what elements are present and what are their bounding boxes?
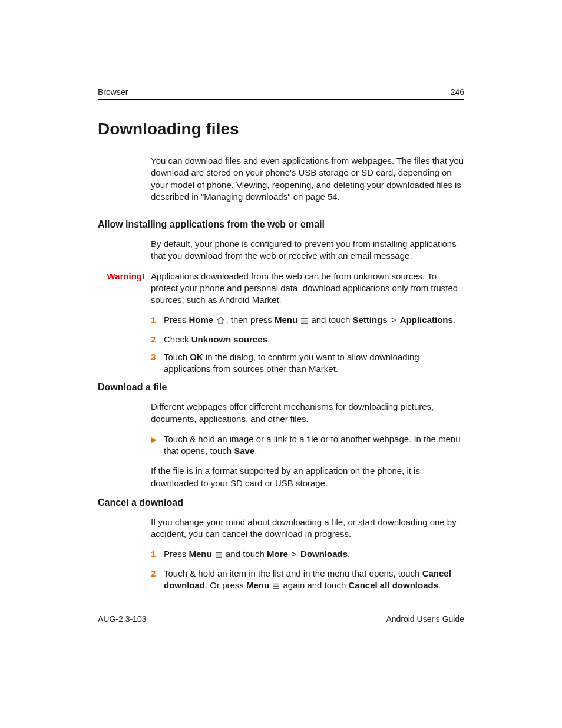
triangle-bullet-icon: ▶ [151,433,164,457]
menu-icon [300,315,308,327]
step-item: Press Home , then press Menu and touch S… [151,314,464,327]
home-icon [216,315,225,327]
allow-installing-steps: Press Home , then press Menu and touch S… [151,314,464,375]
download-file-body: Different webpages offer different mecha… [151,401,464,425]
download-file-after: If the file is in a format supported by … [151,465,464,489]
step-item: Touch OK in the dialog, to confirm you w… [151,351,464,375]
intro-paragraph: You can download files and even applicat… [151,155,464,203]
step-item: Press Menu and touch More > Downloads. [151,548,464,561]
heading-cancel-download: Cancel a download [98,498,464,508]
heading-allow-installing: Allow installing applications from the w… [98,219,464,230]
download-file-bullet: ▶ Touch & hold an image or a link to a f… [151,433,464,457]
page-header: Browser 246 [98,87,464,100]
page-footer: AUG-2.3-103 Android User's Guide [98,614,464,624]
cancel-download-steps: Press Menu and touch More > Downloads. T… [151,548,464,592]
step-item: Check Unknown sources. [151,334,464,345]
page-title: Downloading files [98,120,464,139]
doc-code: AUG-2.3-103 [98,614,146,624]
menu-icon [215,549,223,561]
section-name: Browser [98,87,128,97]
warning-label: Warning! [98,271,151,307]
warning-block: Warning! Applications downloaded from th… [98,271,464,307]
doc-title: Android User's Guide [386,614,464,624]
allow-installing-body: By default, your phone is configured to … [151,238,464,262]
cancel-download-body: If you change your mind about downloadin… [151,516,464,541]
warning-text: Applications downloaded from the web can… [151,271,464,307]
step-item: Touch & hold an item in the list and in … [151,568,464,593]
page-number: 246 [451,87,464,97]
heading-download-file: Download a file [98,382,464,393]
menu-icon [272,581,280,592]
